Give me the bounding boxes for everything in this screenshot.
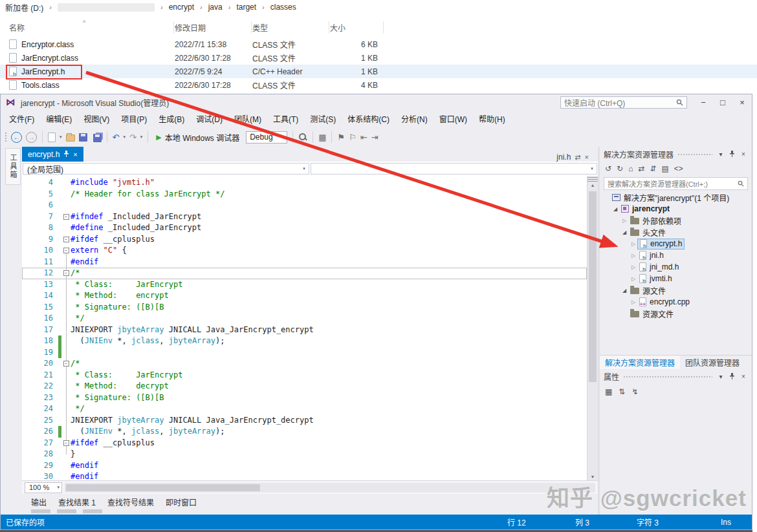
menu-item[interactable]: 测试(S) (304, 110, 342, 127)
categorized-icon[interactable]: ▦ (605, 387, 612, 396)
menu-item[interactable]: 文件(F) (3, 110, 40, 127)
fold-collapse-icon[interactable]: - (63, 440, 69, 446)
fold-collapse-icon[interactable]: - (63, 214, 69, 220)
save-icon[interactable] (79, 133, 87, 142)
tree-item[interactable]: ▷外部依赖项 (600, 215, 752, 226)
se-preview-icon[interactable]: <> (674, 164, 683, 173)
undo-icon[interactable]: ↶ (113, 133, 120, 142)
find-in-files-icon[interactable] (298, 133, 307, 142)
start-debug-button[interactable]: ▶本地 Windows 调试器 (153, 132, 242, 143)
tree-item[interactable]: ▷++encrypt.cpp (600, 296, 752, 308)
menu-item[interactable]: 项目(P) (115, 110, 153, 127)
tree-item[interactable]: ◢jarencrypt (600, 203, 752, 215)
close-panel-icon[interactable]: × (739, 373, 748, 380)
drag-grip[interactable] (623, 376, 712, 379)
collapsed-arrow-icon[interactable]: ▷ (630, 264, 637, 270)
indent-decrease-icon[interactable]: ⇤ (360, 133, 368, 142)
column-header-date[interactable]: 修改日期 (175, 22, 252, 33)
panel-tab[interactable]: 团队资源管理器 (680, 356, 745, 369)
file-row[interactable]: hJarEncrypt.h2022/7/5 9:24C/C++ Header1 … (0, 65, 757, 78)
tree-item[interactable]: 解决方案"jarencrypt"(1 个项目) (600, 191, 752, 203)
menu-item[interactable]: 调试(D) (190, 110, 228, 127)
menu-item[interactable]: 视图(V) (78, 110, 115, 127)
expanded-arrow-icon[interactable]: ◢ (620, 229, 628, 235)
menu-item[interactable]: 窗口(W) (433, 110, 473, 127)
minimize-button[interactable]: − (694, 94, 713, 110)
preview-tab-jni-h[interactable]: jni.h ⇄ × (556, 153, 598, 162)
se-back-icon[interactable]: ↺ (605, 164, 611, 173)
menu-item[interactable]: 分析(N) (395, 110, 433, 127)
close-panel-icon[interactable]: × (739, 151, 748, 158)
close-button[interactable]: × (732, 94, 752, 110)
se-sync-icon[interactable]: ⇄ (638, 164, 644, 173)
events-icon[interactable]: ↯ (631, 387, 638, 396)
chevron-down-icon[interactable]: ▾ (60, 134, 62, 140)
toolbox-tab[interactable]: 工具箱 (5, 148, 21, 185)
menu-item[interactable]: 帮助(H) (473, 110, 511, 127)
column-header-name[interactable]: 名称 (9, 22, 175, 33)
bookmark-outline-icon[interactable]: ⚐ (349, 133, 357, 142)
output-tab[interactable]: 查找结果 1 (58, 496, 96, 507)
tree-item[interactable]: ▷hencrypt.h (600, 238, 752, 250)
fold-collapse-icon[interactable]: - (63, 361, 69, 367)
menu-item[interactable]: 团队(M) (228, 110, 267, 127)
nav-back-icon[interactable]: ← (11, 132, 22, 143)
fold-collapse-icon[interactable]: - (63, 270, 69, 276)
file-row[interactable]: Tools.class2022/6/30 17:28CLASS 文件4 KB (0, 78, 757, 92)
open-file-icon[interactable] (66, 134, 75, 142)
tree-item[interactable]: 资源文件 (600, 308, 752, 319)
file-row[interactable]: JarEncrypt.class2022/6/30 17:28CLASS 文件1… (0, 51, 757, 65)
alphabetical-icon[interactable]: ⇅ (619, 387, 625, 396)
save-all-icon[interactable] (93, 134, 102, 142)
breadcrumb-segment[interactable]: encrypt (168, 3, 195, 12)
output-tab[interactable]: 即时窗口 (166, 496, 197, 507)
zoom-dropdown[interactable]: 100 % ▾ (25, 482, 62, 493)
collapsed-arrow-icon[interactable]: ▷ (620, 218, 628, 224)
fold-collapse-icon[interactable]: - (63, 237, 69, 242)
indent-increase-icon[interactable]: ⇥ (371, 133, 378, 142)
pin-icon[interactable] (729, 151, 735, 158)
member-dropdown[interactable]: ▾ (311, 163, 597, 175)
collapsed-arrow-icon[interactable]: ▷ (630, 253, 637, 259)
solution-search-input[interactable]: 搜索解决方案资源管理器(Ctrl+;) (604, 177, 748, 190)
se-properties-icon[interactable]: ▤ (662, 164, 669, 173)
maximize-button[interactable]: □ (713, 94, 732, 110)
chevron-down-icon[interactable]: ▾ (123, 134, 126, 140)
drag-grip[interactable] (677, 153, 712, 156)
tree-item[interactable]: ◢源文件 (600, 284, 752, 296)
redo-icon[interactable]: ↷ (129, 133, 137, 142)
pin-icon[interactable] (63, 151, 69, 158)
breadcrumb-segment[interactable]: java (207, 3, 224, 12)
scroll-up-icon[interactable]: ▲ (587, 182, 598, 189)
scrollbar-thumb[interactable] (589, 191, 597, 382)
tab-encrypt-h[interactable]: encrypt.h × (22, 147, 83, 162)
output-tab[interactable]: 输出 (31, 496, 47, 507)
scope-dropdown[interactable]: (全局范围) ▾ (23, 163, 309, 175)
breadcrumb-segment[interactable]: classes (269, 3, 298, 12)
expanded-arrow-icon[interactable]: ◢ (611, 206, 619, 212)
collapsed-arrow-icon[interactable]: ▷ (630, 276, 637, 282)
pin-icon[interactable] (729, 373, 735, 380)
chevron-down-icon[interactable]: ▾ (716, 151, 725, 158)
chevron-down-icon[interactable]: ▾ (140, 134, 143, 140)
menu-item[interactable]: 体系结构(C) (342, 110, 395, 127)
new-file-icon[interactable] (48, 133, 56, 142)
collapsed-arrow-icon[interactable]: ▷ (630, 241, 637, 247)
collapsed-arrow-icon[interactable]: ▷ (630, 299, 637, 305)
horizontal-scrollbar[interactable] (65, 483, 595, 493)
scrollbar-thumb[interactable] (66, 484, 260, 491)
solution-platforms-icon[interactable]: ▦ (318, 133, 326, 142)
nav-forward-icon[interactable]: → (26, 132, 37, 143)
panel-tab[interactable]: 解决方案资源管理器 (600, 356, 680, 369)
quick-launch-input[interactable]: 快速启动 (Ctrl+Q) (560, 96, 687, 109)
solution-configurations-combo[interactable]: Debug▾ (246, 131, 287, 144)
menu-item[interactable]: 工具(T) (267, 110, 304, 127)
column-header-type[interactable]: 类型 (252, 22, 330, 33)
se-home-icon[interactable]: ⌂ (628, 164, 633, 173)
close-tab-icon[interactable]: × (73, 151, 77, 158)
tree-item[interactable]: ▷hjvmti.h (600, 273, 752, 284)
se-forward-icon[interactable]: ↻ (617, 164, 623, 173)
menu-item[interactable]: 编辑(E) (40, 110, 78, 127)
expanded-arrow-icon[interactable]: ◢ (620, 288, 628, 293)
tree-item[interactable]: ▷hjni.h (600, 250, 752, 261)
